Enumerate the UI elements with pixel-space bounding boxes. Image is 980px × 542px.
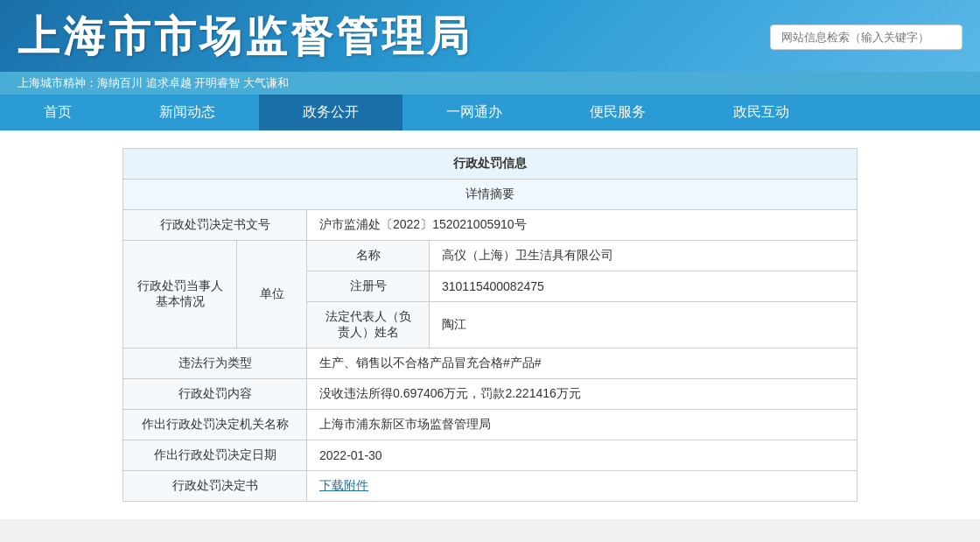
nav-yiwang[interactable]: 一网通办 bbox=[402, 95, 546, 130]
subject-name-value: 高仪（上海）卫生洁具有限公司 bbox=[430, 241, 858, 271]
page-header: 上海市市场监督管理局 bbox=[0, 0, 980, 72]
nav-news[interactable]: 新闻动态 bbox=[116, 95, 259, 130]
download-row: 行政处罚决定书 下载附件 bbox=[123, 471, 858, 502]
section-header-row: 行政处罚信息 bbox=[123, 149, 858, 179]
site-title: 上海市市场监督管理局 bbox=[18, 9, 472, 65]
subtitle-text: 上海城市精神：海纳百川 追求卓越 开明睿智 大气谦和 bbox=[18, 75, 289, 91]
authority-label: 作出行政处罚决定机关名称 bbox=[123, 410, 307, 440]
authority-row: 作出行政处罚决定机关名称 上海市浦东新区市场监督管理局 bbox=[123, 410, 858, 440]
date-value: 2022-01-30 bbox=[307, 440, 858, 471]
subject-legal-value: 陶江 bbox=[430, 302, 858, 348]
subject-mid-label: 单位 bbox=[237, 241, 307, 348]
violation-type-row: 违法行为类型 生产、销售以不合格产品冒充合格#产品# bbox=[123, 348, 858, 379]
date-label: 作出行政处罚决定日期 bbox=[123, 440, 307, 471]
subject-name-row: 行政处罚当事人 基本情况 单位 名称 高仪（上海）卫生洁具有限公司 bbox=[123, 241, 858, 271]
info-table: 行政处罚信息 详情摘要 行政处罚决定书文号 沪市监浦处〔2022〕1520210… bbox=[122, 148, 858, 502]
download-label: 行政处罚决定书 bbox=[123, 471, 307, 502]
section-header: 行政处罚信息 bbox=[123, 149, 858, 179]
subject-outer-label: 行政处罚当事人 基本情况 bbox=[123, 241, 237, 348]
doc-number-label: 行政处罚决定书文号 bbox=[123, 210, 307, 241]
download-value: 下载附件 bbox=[307, 471, 858, 502]
date-row: 作出行政处罚决定日期 2022-01-30 bbox=[123, 440, 858, 471]
subject-regnum-value: 310115400082475 bbox=[430, 271, 858, 302]
download-link[interactable]: 下载附件 bbox=[319, 478, 368, 492]
main-content: 行政处罚信息 详情摘要 行政处罚决定书文号 沪市监浦处〔2022〕1520210… bbox=[0, 130, 980, 519]
authority-value: 上海市浦东新区市场监督管理局 bbox=[307, 410, 858, 440]
penalty-content-label: 行政处罚内容 bbox=[123, 379, 307, 410]
nav-zhengwu[interactable]: 政务公开 bbox=[259, 95, 402, 130]
subject-name-label: 名称 bbox=[307, 241, 430, 271]
violation-type-value: 生产、销售以不合格产品冒充合格#产品# bbox=[307, 348, 858, 379]
search-input[interactable] bbox=[770, 25, 962, 50]
subject-legal-label: 法定代表人（负责人）姓名 bbox=[307, 302, 430, 348]
penalty-content-row: 行政处罚内容 没收违法所得0.697406万元，罚款2.221416万元 bbox=[123, 379, 858, 410]
nav-home[interactable]: 首页 bbox=[0, 95, 116, 130]
subtitle-bar: 上海城市精神：海纳百川 追求卓越 开明睿智 大气谦和 bbox=[0, 72, 980, 95]
sub-header-row: 详情摘要 bbox=[123, 179, 858, 210]
doc-number-value: 沪市监浦处〔2022〕152021005910号 bbox=[307, 210, 858, 241]
sub-header: 详情摘要 bbox=[123, 179, 858, 210]
nav-bianmin[interactable]: 便民服务 bbox=[546, 95, 690, 130]
doc-number-row: 行政处罚决定书文号 沪市监浦处〔2022〕152021005910号 bbox=[123, 210, 858, 241]
nav-zhengmin[interactable]: 政民互动 bbox=[690, 95, 833, 130]
main-nav: 首页 新闻动态 政务公开 一网通办 便民服务 政民互动 bbox=[0, 95, 980, 130]
violation-type-label: 违法行为类型 bbox=[123, 348, 307, 379]
penalty-content-value: 没收违法所得0.697406万元，罚款2.221416万元 bbox=[307, 379, 858, 410]
subject-regnum-label: 注册号 bbox=[307, 271, 430, 302]
